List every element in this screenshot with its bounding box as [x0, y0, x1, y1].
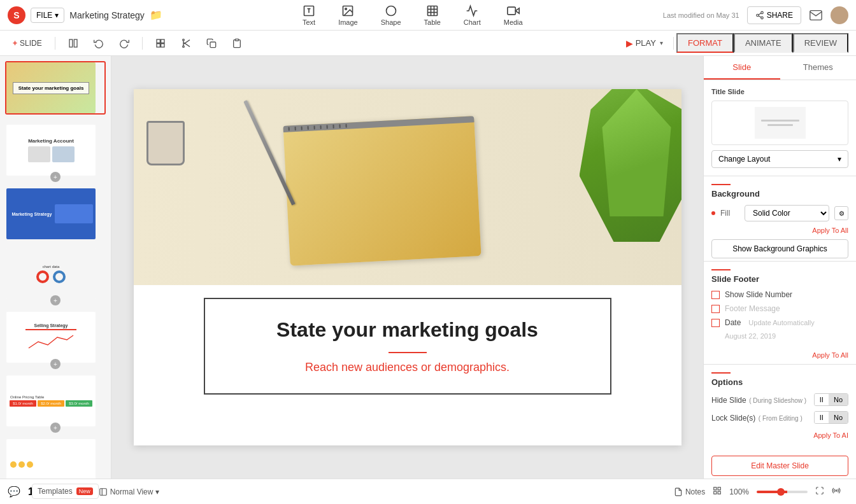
content-box[interactable]: State your marketing goals Reach new aud…: [204, 298, 611, 395]
slide-add-4[interactable]: +: [50, 295, 61, 305]
share-button[interactable]: SHARE: [747, 6, 801, 24]
redo-button[interactable]: [114, 36, 134, 51]
broadcast-icon[interactable]: [832, 486, 841, 498]
svg-point-14: [756, 14, 759, 17]
lock-slide-sub: ( From Editing ): [759, 415, 802, 422]
view-selector[interactable]: Normal View ▾: [94, 485, 165, 499]
svg-rect-18: [69, 39, 73, 47]
chevron-down-icon: ▾: [55, 11, 59, 20]
chat-icon[interactable]: 💬: [8, 486, 20, 498]
media-tool-label: Media: [504, 18, 523, 26]
slide-canvas[interactable]: State your marketing goals Reach new aud…: [134, 89, 681, 445]
arrange-button[interactable]: [150, 36, 171, 51]
svg-rect-30: [235, 39, 238, 41]
date-value: August 22, 2019: [725, 332, 848, 340]
svg-rect-12: [508, 7, 516, 15]
tab-themes[interactable]: Themes: [780, 56, 857, 80]
mail-icon[interactable]: [809, 8, 823, 22]
svg-rect-36: [718, 491, 720, 494]
show-bg-button[interactable]: Show Background Graphics: [711, 239, 848, 258]
footer-section: Slide Footer Show Slide Number Footer Me…: [704, 261, 856, 351]
apply-to-all-footer[interactable]: Apply To All: [704, 351, 856, 364]
slide-add-6[interactable]: +: [50, 423, 61, 433]
fill-dropdown[interactable]: Solid Color: [745, 205, 829, 221]
zoom-slider[interactable]: [757, 491, 808, 493]
show-slide-number-checkbox[interactable]: [711, 291, 720, 299]
slide-add-2[interactable]: +: [50, 172, 61, 182]
media-tool[interactable]: Media: [499, 2, 528, 29]
app-logo: S: [8, 6, 25, 24]
slide-panel-toggle[interactable]: [63, 36, 83, 51]
date-auto-label: Update Automatically: [748, 319, 814, 326]
cut-button[interactable]: [176, 36, 196, 51]
show-slide-number-row: Show Slide Number: [711, 290, 848, 299]
svg-rect-23: [160, 43, 164, 46]
slide-add-5[interactable]: +: [50, 359, 61, 369]
fill-color-button[interactable]: ⚙: [834, 206, 848, 220]
play-label: PLAY: [636, 38, 656, 48]
slide-image-7: [6, 439, 96, 479]
background-section: Background Fill Solid Color ⚙ Apply To A…: [704, 176, 856, 261]
date-checkbox[interactable]: [711, 319, 720, 327]
tab-slide[interactable]: Slide: [704, 56, 780, 80]
edit-master-slide-button[interactable]: Edit Master Slide: [711, 456, 848, 476]
svg-point-24: [182, 46, 184, 48]
slide-thumb-4[interactable]: 4 chart data +: [5, 247, 106, 300]
options-divider: [711, 372, 731, 374]
svg-rect-33: [714, 487, 717, 489]
table-tool-label: Table: [424, 18, 441, 26]
document-title: Marketing Strategy: [69, 10, 145, 20]
tab-review[interactable]: REVIEW: [793, 33, 848, 53]
lock-slide-labels: Lock Slide(s) ( From Editing ): [711, 412, 802, 423]
slide-thumb-6[interactable]: 6 Online Pricing Table $1.0/ month $2.0/…: [5, 374, 106, 428]
slide-thumb-3[interactable]: 3 Marketing Strategy: [5, 187, 106, 241]
chart-tool[interactable]: Chart: [459, 2, 486, 29]
add-slide-button[interactable]: + SLIDE: [8, 36, 47, 50]
add-slide-label: SLIDE: [20, 39, 42, 48]
footer-message-checkbox[interactable]: [711, 305, 720, 313]
file-button[interactable]: FILE ▾: [31, 8, 64, 23]
change-layout-button[interactable]: Change Layout ▾: [711, 150, 848, 168]
bottom-right: Notes 100%: [674, 486, 841, 498]
svg-point-15: [760, 17, 763, 19]
user-avatar[interactable]: [831, 6, 848, 24]
apply-to-all-bg[interactable]: Apply To All: [711, 227, 848, 234]
top-right: Last modified on May 31 SHARE: [663, 6, 848, 24]
undo-button[interactable]: [89, 36, 109, 51]
templates-button[interactable]: Templates New: [32, 484, 99, 499]
slide-main-title: State your marketing goals: [231, 318, 585, 342]
svg-rect-35: [714, 491, 717, 494]
slide-thumb-1[interactable]: 1 State your marketing goals: [5, 61, 106, 115]
fill-indicator: [711, 211, 715, 215]
grid-icon[interactable]: [713, 486, 722, 498]
chevron-layout-icon: ▾: [838, 155, 841, 164]
view-label: Normal View: [110, 487, 153, 496]
hide-slide-labels: Hide Slide ( During Slideshow ): [711, 394, 806, 405]
slide-sub-title: Reach new audiences or demographics.: [231, 361, 585, 374]
shape-tool[interactable]: Shape: [376, 2, 406, 29]
zoom-fit-icon[interactable]: [815, 486, 824, 498]
slide-thumb-7[interactable]: 7 +: [5, 438, 106, 479]
copy-button[interactable]: [201, 36, 222, 51]
tab-animate[interactable]: ANIMATE: [734, 33, 793, 53]
layout-inner: [755, 107, 806, 139]
apply-to-ai[interactable]: Apply To AI: [813, 431, 848, 439]
hide-slide-no-btn[interactable]: No: [829, 394, 848, 405]
slide-thumb-2[interactable]: 2 Marketing Account +: [5, 123, 106, 177]
text-tool[interactable]: Text: [297, 2, 320, 29]
play-button[interactable]: ▶ PLAY ▾: [618, 34, 671, 52]
lock-slide-row: Lock Slide(s) ( From Editing ) II No: [711, 411, 848, 424]
lock-slide-no-btn[interactable]: No: [829, 412, 848, 423]
footer-title: Slide Footer: [711, 274, 848, 284]
hide-slide-pause-btn[interactable]: II: [815, 394, 829, 405]
paste-button[interactable]: [227, 36, 247, 51]
image-tool[interactable]: Image: [333, 2, 363, 29]
slide-thumb-5[interactable]: 5 Selling Strategy +: [5, 311, 106, 364]
table-tool[interactable]: Table: [419, 2, 446, 29]
notes-button[interactable]: Notes: [674, 487, 705, 496]
layout-section: Title Slide Change Layout ▾: [704, 80, 856, 176]
svg-rect-20: [157, 39, 160, 43]
footer-divider: [711, 269, 731, 270]
tab-format[interactable]: FORMAT: [676, 33, 734, 53]
lock-slide-pause-btn[interactable]: II: [815, 412, 829, 423]
